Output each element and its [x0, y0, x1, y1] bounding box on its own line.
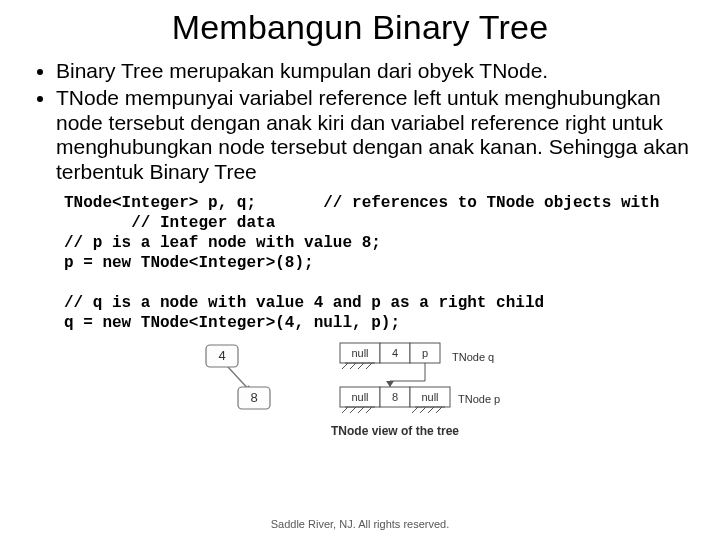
svg-line-11	[366, 363, 372, 369]
svg-line-27	[428, 407, 434, 413]
tnode-q: null 4 p TNode q	[340, 343, 494, 387]
q-mid: 4	[392, 347, 398, 359]
svg-line-23	[366, 407, 372, 413]
svg-line-9	[350, 363, 356, 369]
page-title: Membangun Binary Tree	[30, 8, 690, 47]
q-label: TNode q	[452, 351, 494, 363]
bullet-item: Binary Tree merupakan kumpulan dari obye…	[56, 59, 690, 84]
p-right: null	[421, 391, 438, 403]
svg-line-10	[358, 363, 364, 369]
footer-text: Saddle River, NJ. All rights reserved.	[0, 518, 720, 530]
node-8-label: 8	[250, 390, 257, 405]
p-left: null	[351, 391, 368, 403]
svg-line-20	[342, 407, 348, 413]
node-4-label: 4	[218, 348, 225, 363]
svg-line-21	[350, 407, 356, 413]
tnode-diagram: 4 8 null 4 p	[190, 337, 530, 447]
svg-line-25	[412, 407, 418, 413]
tnode-p: null 8 null TNod	[340, 387, 500, 413]
diagram-caption: TNode view of the tree	[331, 424, 459, 438]
tree-view: 4 8	[206, 345, 270, 409]
q-left: null	[351, 347, 368, 359]
p-mid: 8	[392, 391, 398, 403]
svg-marker-15	[386, 381, 394, 387]
slide: Membangun Binary Tree Binary Tree merupa…	[0, 0, 720, 540]
p-label: TNode p	[458, 393, 500, 405]
svg-line-8	[342, 363, 348, 369]
diagram-caption-text: TNode view of the tree	[331, 424, 459, 438]
bullet-list: Binary Tree merupakan kumpulan dari obye…	[30, 59, 690, 185]
q-right: p	[422, 347, 428, 359]
svg-line-22	[358, 407, 364, 413]
code-block: TNode<Integer> p, q; // references to TN…	[64, 193, 690, 333]
bullet-item: TNode mempunyai variabel reference left …	[56, 86, 690, 185]
svg-line-28	[436, 407, 442, 413]
tnode-detail: null 4 p TNode q	[331, 343, 500, 438]
svg-line-26	[420, 407, 426, 413]
diagram-container: 4 8 null 4 p	[30, 337, 690, 447]
